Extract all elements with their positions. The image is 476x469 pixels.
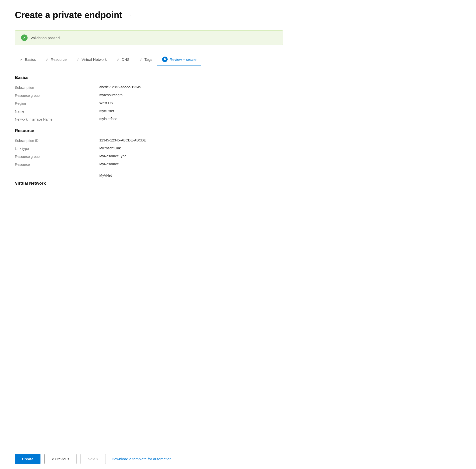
- tab-virtual-network[interactable]: ✓ Virtual Network: [72, 55, 111, 66]
- resource-section-heading: Resource: [15, 128, 283, 133]
- field-network-interface-name-value: myinterface: [99, 117, 117, 121]
- field-name: Name mycluster: [15, 109, 283, 113]
- validation-check-icon: [21, 34, 28, 41]
- field-resource: Resource MyResource: [15, 162, 283, 167]
- tab-basics[interactable]: ✓ Basics: [15, 55, 41, 66]
- create-button[interactable]: Create: [15, 454, 40, 464]
- field-link-type-value: Microsoft.Link: [99, 146, 121, 150]
- download-template-link[interactable]: Download a template for automation: [112, 457, 172, 461]
- tab-basics-check-icon: ✓: [20, 58, 23, 62]
- field-resource-group-resource-value: MyResourceType: [99, 154, 126, 158]
- field-resource-value: MyResource: [99, 162, 119, 166]
- next-button: Next >: [80, 454, 106, 464]
- bottom-bar: Create < Previous Next > Download a temp…: [0, 449, 476, 469]
- tab-review-create-label: Review + create: [170, 57, 196, 62]
- field-region: Region West US: [15, 101, 283, 105]
- field-resource-label: Resource: [15, 162, 99, 167]
- tab-tags-label: Tags: [145, 57, 152, 62]
- field-resource-group-basics-value: myresourcegrp: [99, 93, 122, 97]
- field-link-type-label: Link type: [15, 146, 99, 151]
- field-name-value: mycluster: [99, 109, 114, 113]
- field-subscription-label: Subscription: [15, 85, 99, 90]
- validation-text: Validation passed: [31, 36, 60, 40]
- tab-review-badge: 6: [162, 57, 168, 62]
- tab-tags[interactable]: ✓ Tags: [135, 55, 157, 66]
- tab-dns[interactable]: ✓ DNS: [112, 55, 135, 66]
- tab-basics-label: Basics: [25, 57, 36, 62]
- virtual-network-section-heading: Virtual Network: [15, 181, 283, 186]
- ellipsis-menu-icon[interactable]: ···: [126, 12, 132, 18]
- field-resource-group-resource: Resource group MyResourceType: [15, 154, 283, 159]
- tab-dns-label: DNS: [122, 57, 130, 62]
- content-area: Basics Subscription abcde-12345-abcde-12…: [15, 75, 283, 211]
- field-subscription-value: abcde-12345-abcde-12345: [99, 85, 141, 89]
- field-subscription-id-label: Subscription ID: [15, 138, 99, 143]
- field-myvnet-label: [15, 173, 99, 174]
- field-myvnet-value: MyVNet: [99, 173, 112, 177]
- field-network-interface-name-label: Network Interface Name: [15, 117, 99, 121]
- tab-review-create[interactable]: 6 Review + create: [157, 54, 201, 66]
- validation-banner: Validation passed: [15, 30, 283, 45]
- field-link-type: Link type Microsoft.Link: [15, 146, 283, 151]
- field-resource-group-basics: Resource group myresourcegrp: [15, 93, 283, 98]
- tab-resource[interactable]: ✓ Resource: [41, 55, 72, 66]
- field-resource-group-resource-label: Resource group: [15, 154, 99, 159]
- field-region-value: West US: [99, 101, 113, 105]
- basics-section-heading: Basics: [15, 75, 283, 80]
- tabs-row: ✓ Basics ✓ Resource ✓ Virtual Network ✓ …: [15, 54, 283, 66]
- field-network-interface-name: Network Interface Name myinterface: [15, 117, 283, 121]
- page-title: Create a private endpoint: [15, 10, 122, 20]
- tab-virtual-network-label: Virtual Network: [81, 57, 107, 62]
- field-name-label: Name: [15, 109, 99, 113]
- field-region-label: Region: [15, 101, 99, 105]
- field-resource-group-basics-label: Resource group: [15, 93, 99, 98]
- tab-resource-label: Resource: [51, 57, 67, 62]
- tab-virtualnetwork-check-icon: ✓: [76, 58, 79, 62]
- field-subscription-id-value: 12345-12345-ABCDE-ABCDE: [99, 138, 146, 142]
- field-subscription: Subscription abcde-12345-abcde-12345: [15, 85, 283, 90]
- previous-button[interactable]: < Previous: [44, 454, 76, 464]
- tab-resource-check-icon: ✓: [46, 58, 49, 62]
- tab-tags-check-icon: ✓: [140, 58, 143, 62]
- field-myvnet: MyVNet: [15, 173, 283, 177]
- tab-dns-check-icon: ✓: [117, 58, 120, 62]
- field-subscription-id: Subscription ID 12345-12345-ABCDE-ABCDE: [15, 138, 283, 143]
